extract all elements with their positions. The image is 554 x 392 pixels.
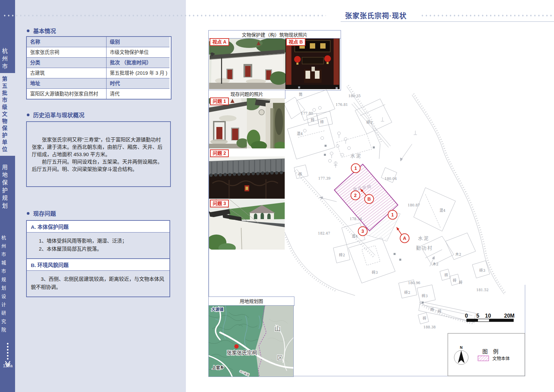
site-plan-label: 筒: [299, 92, 302, 97]
history-paragraph: 前厅五开间。明间设戏台，五架梁。天井两侧设厢房。后厅五开间。明、次间梁架抬梁穿斗…: [32, 158, 165, 173]
site-plan-label: 砖3: [479, 268, 485, 273]
map-label-township: 上官乡: [212, 365, 224, 370]
site-plan-label: 水泥: [350, 153, 362, 158]
site-plan-label: 砖2: [404, 290, 410, 295]
legend-box: N 图 例 文物本体: [448, 333, 525, 376]
site-plan-label: 181.52: [476, 288, 489, 292]
site-plan-label: 勤功村: [416, 245, 433, 251]
problem-item: 2、本体屋顶局部瓦片脱落。: [39, 245, 165, 253]
photo-problem-1b: [247, 98, 285, 148]
svg-text:0: 0: [465, 313, 468, 319]
site-plan-label: 混4: [297, 132, 303, 136]
site-plan-marker-label: 1: [354, 166, 357, 171]
history-box: 张家张氏宗祠又称“三寿堂”，位于富阳区大源镇勤功村张家，建于清末。坐西北朝东南，…: [26, 121, 171, 187]
site-plan-label: 砖: [430, 307, 434, 312]
site-plan-label: 180.87: [408, 203, 420, 207]
site-plan-label: 砖: [444, 273, 448, 277]
problems-box: A. 本体保护问题1、墙体受斜风雨等影响，潮湿、泛渍；2、本体屋顶局部瓦片脱落。…: [26, 220, 170, 297]
svg-text:5: 5: [476, 313, 479, 319]
section-bullet-icon: [27, 212, 29, 215]
site-plan-label: 砖3: [372, 270, 378, 275]
planning-map-box: 用地规划图: [208, 297, 293, 376]
site-location-dot: [234, 344, 239, 349]
basic-info-table: 名称级别张家张氏宗祠市级文物保护单位分类批次 （批准时间）古建筑第五批增补 (2…: [26, 36, 171, 100]
site-plan-label: 木2: [432, 262, 438, 266]
title-underline: [341, 21, 554, 22]
photo-box-current-header: 文物保护建（构）筑物现状照片: [209, 30, 341, 39]
site-plan-label: 砖: [453, 278, 457, 283]
site-plan-label: 180.35: [348, 94, 361, 98]
history-paragraph: 张家张氏宗祠又称“三寿堂”，位于富阳区大源镇勤功村张家，建于清末。坐西北朝东南，…: [32, 136, 165, 158]
site-plan-label: 180.96: [408, 281, 420, 285]
info-table-value-cell: 古建筑: [27, 68, 107, 78]
section-title-problems: 现存问题: [27, 209, 56, 217]
map-label-mountain: 山: [274, 325, 281, 332]
info-table-header-cell: 名称: [27, 37, 107, 47]
document-page: 杭州市第五批市级文物保护单位用地保护规划杭州市城市规划设计研究院 119a 张家…: [0, 0, 554, 392]
site-plan-label: 178.34: [350, 217, 362, 221]
photo-problem-2: [209, 156, 285, 199]
sidebar-text-2: 用地保护规划: [0, 159, 15, 216]
site-plan-marker-label: 1: [391, 212, 394, 217]
site-plan-label: 砖: [438, 309, 441, 314]
section-title-problems-label: 现存问题: [33, 209, 56, 217]
svg-text:20M: 20M: [504, 313, 514, 319]
site-plan-label: 182.47: [318, 231, 330, 235]
map-label-town: 大源镇: [211, 307, 223, 312]
svg-text:10: 10: [485, 313, 491, 319]
section-title-basic: 基本情况: [27, 26, 56, 35]
site-plan-label: 177.80: [301, 111, 313, 115]
page-title: 张家张氏宗祠·现状: [337, 10, 414, 20]
photo-box-problems-header: 现存问题的照片: [209, 90, 285, 97]
legend-item-label: 文物本体: [492, 356, 510, 361]
site-plan-label: 砖3: [422, 293, 428, 298]
photo-label-problem-3: 问题 3: [210, 200, 229, 207]
dotted-rule-left: [3, 15, 326, 16]
map-label-district: 区: [277, 355, 283, 361]
problem-group-body: 3、西侧、北侧民居建筑较高，距离较近，与文物本体风貌不相协调。: [27, 271, 169, 297]
site-plan-label: 砖2: [339, 253, 345, 257]
photo-label-problem-2: 问题 2: [210, 149, 229, 157]
section-bullet-icon: [27, 29, 29, 32]
problem-group-header: A. 本体保护问题: [27, 221, 169, 233]
site-plan-label: 砖3: [366, 120, 372, 125]
section-title-history-label: 历史沿革与现状概况: [33, 111, 84, 119]
info-table-value-cell: 第五批增补 (2019 年 3 月 ): [107, 68, 169, 78]
photo-viewpoint-b: [285, 39, 340, 89]
problem-item: 1、墙体受斜风雨等影响，潮湿、泛渍；: [39, 237, 165, 245]
map-label-site: 张家张氏宗祠: [227, 350, 257, 355]
site-plan-marker-label: 3: [361, 228, 364, 234]
site-plan-label: 188.38: [423, 325, 436, 329]
problem-item: 3、西侧、北侧民居建筑较高，距离较近，与文物本体风貌不相协调。: [31, 275, 165, 291]
info-table-value-cell: 富阳区大源镇勤功村张家自然村: [27, 88, 107, 99]
info-table-value-cell: 张家张氏宗祠: [27, 47, 107, 57]
legend-swatch-heritage: [478, 356, 489, 361]
info-table-header-cell: 分类: [27, 57, 107, 68]
problem-group-header: B. 环境风貌问题: [27, 259, 169, 271]
planning-map-title: 用地规划图: [209, 297, 294, 305]
info-table-value-cell: 清代: [107, 88, 169, 99]
sidebar-text-3: 杭州市城市规划设计研究院: [0, 228, 15, 342]
site-plan-label: 砖: [459, 280, 463, 285]
info-table-value-cell: 市级文物保护单位: [107, 47, 169, 57]
site-plan-label: 砖: [423, 316, 426, 321]
site-plan-label: 木2: [455, 252, 461, 257]
page-number: 119a: [2, 363, 13, 368]
section-title-history: 历史沿革与现状概况: [27, 111, 84, 119]
legend-title: 图 例: [482, 349, 498, 354]
problem-group-body: 1、墙体受斜风雨等影响，潮湿、泛渍；2、本体屋顶局部瓦片脱落。: [27, 233, 169, 259]
site-plan-label: 177.39: [318, 176, 331, 180]
scale-bar: 0 5 10 20M: [465, 313, 514, 322]
photo-label-viewpoint-b: 视点 B: [286, 38, 305, 46]
photo-label-problem-1: 问题 1: [210, 97, 229, 105]
site-plan-label: 水泥: [418, 236, 429, 241]
info-table-header-cell: 级别: [107, 37, 169, 47]
photo-label-viewpoint-a: 视点 A: [210, 38, 229, 46]
site-plan-drawing: 张氏宗祠 筒180.35176.81177.80砖砖混4砖3水泥砖177.391…: [285, 84, 525, 376]
site-plan-marker-label: 2: [354, 193, 357, 198]
sidebar-text-0: 杭州市: [0, 44, 15, 74]
info-table-header-cell: 批次 （批准时间）: [107, 57, 169, 68]
section-title-basic-label: 基本情况: [33, 26, 56, 35]
svg-text:N: N: [460, 345, 463, 349]
site-plan-label: 砖: [320, 120, 324, 124]
